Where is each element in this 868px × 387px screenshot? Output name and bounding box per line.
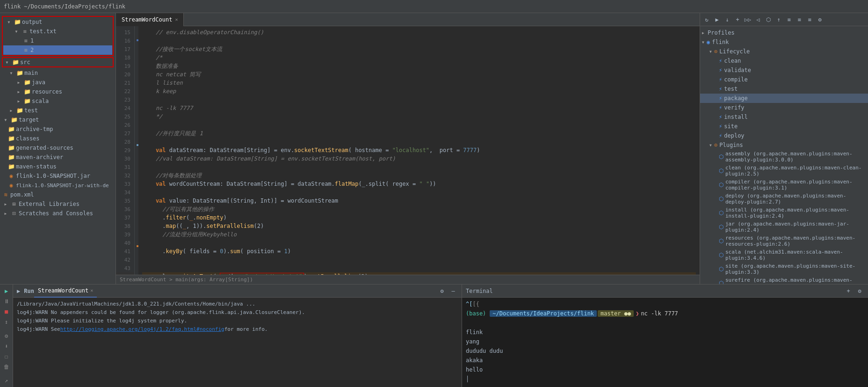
maven-run-btn[interactable]: ▶	[712, 15, 722, 24]
filter-btn-2[interactable]: ☐	[2, 352, 11, 361]
tree-item-test[interactable]: ▶ 📁 test	[0, 106, 116, 115]
jar-file-icon: ◉	[7, 172, 15, 180]
maven-expand-btn[interactable]: ≡	[795, 15, 804, 24]
maven-item-compile[interactable]: ⚡ compile	[700, 75, 868, 84]
maven-add-btn[interactable]: +	[733, 15, 742, 24]
tree-item-2[interactable]: ≡ 2	[3, 45, 112, 55]
tree-item-archive-tmp[interactable]: 📁 archive-tmp	[0, 124, 116, 134]
tree-item-main[interactable]: ▼ 📁 main	[0, 68, 116, 78]
code-line-32: //对每条数据处理	[142, 171, 696, 180]
maven-item-package[interactable]: ⚡ package	[700, 94, 868, 103]
tree-item-resources[interactable]: ▶ 📁 resources	[0, 87, 116, 96]
tree-item-ext-libs[interactable]: ▶ ⊞ External Libraries	[0, 199, 116, 209]
ln-18: 18	[116, 53, 134, 62]
run-panel-gear[interactable]: ⚙	[437, 286, 447, 296]
code-line-41: .keyBy( fields = 0).sum( position = 1)	[142, 247, 696, 256]
rerun-btn[interactable]: ↕	[2, 317, 11, 327]
maven-item-compiler[interactable]: ⬡ compiler (org.apache.maven.plugins:mav…	[700, 178, 868, 192]
tree-item-maven-status[interactable]: 📁 maven-status	[0, 162, 116, 171]
maven-run-all-btn[interactable]: ▷▷	[743, 15, 752, 24]
run-line-3: log4j:WARN Please initialize the log4j s…	[17, 316, 458, 325]
maven-item-install-plugin[interactable]: ⬡ install (org.apache.maven.plugins:mave…	[700, 206, 868, 220]
tree-item-target[interactable]: ▼ 📁 target	[0, 115, 116, 124]
txt-file-icon: ≡	[21, 28, 29, 35]
maven-toggle-btn[interactable]: ◁	[753, 15, 763, 24]
maven-item-surefire[interactable]: ⬡ surefire (org.apache.maven.plugins:mav…	[700, 276, 868, 284]
tree-item-testtxt[interactable]: ▼ ≡ test.txt	[3, 27, 112, 36]
terminal-add-btn[interactable]: +	[844, 286, 853, 296]
plugin-icon: ⬡	[719, 224, 723, 230]
code-line-39: //流处理分组用Keybyhello	[142, 230, 696, 239]
app-title: flink ~/Documents/IdeaProjects/flink	[4, 3, 125, 10]
stop-btn[interactable]: ■	[2, 307, 11, 316]
tree-item-maven-archiver[interactable]: 📁 maven-archiver	[0, 153, 116, 162]
settings-btn-2[interactable]: ⚙	[2, 331, 11, 341]
tree-item-flink-jar-with[interactable]: ◉ flink-1.0-SNAPSHOT-jar-with-de	[0, 181, 116, 190]
folder-icon: 📁	[23, 88, 31, 95]
tree-item-scratches[interactable]: ▶ ⊡ Scratches and Consoles	[0, 209, 116, 218]
maven-item-lifecycle[interactable]: ▼ ⊙ Lifecycle	[700, 47, 868, 56]
maven-refresh-btn[interactable]: ↻	[702, 15, 711, 24]
terminal-output-area[interactable]: ^[[{ (base) ~/Documents/IdeaProjects/fli…	[462, 298, 868, 387]
ln-17: 17	[116, 45, 134, 53]
maven-item-install[interactable]: ⚡ install	[700, 112, 868, 122]
maven-item-profiles[interactable]: ▶ Profiles	[700, 28, 868, 37]
maven-item-deploy[interactable]: ⚡ deploy	[700, 131, 868, 140]
tree-item-pom[interactable]: ≋ pom.xml	[0, 190, 116, 199]
maven-settings-btn[interactable]: ⚙	[815, 15, 825, 24]
tree-item-output[interactable]: ▼ 📁 output	[3, 17, 112, 27]
maven-item-deploy-plugin[interactable]: ⬡ deploy (org.apache.maven.plugins:maven…	[700, 192, 868, 206]
scroll-down-btn[interactable]: ⬇	[2, 342, 11, 351]
tree-item-1[interactable]: ≡ 1	[3, 36, 112, 45]
code-line-34	[142, 188, 696, 197]
maven-item-site[interactable]: ⚡ site	[700, 122, 868, 131]
maven-item-jar[interactable]: ⬡ jar (org.apache.maven.plugins:maven-ja…	[700, 220, 868, 234]
terminal-gear-btn[interactable]: ⚙	[855, 286, 864, 296]
tree-label-resources: resources	[32, 88, 62, 95]
maven-item-flink[interactable]: ▼ ◉ flink	[700, 37, 868, 47]
editor-tabs: StreamWordCount ✕	[116, 13, 700, 26]
maven-item-validate[interactable]: ⚡ validate	[700, 66, 868, 75]
tree-item-java[interactable]: ▶ 📁 java	[0, 78, 116, 87]
tree-item-src[interactable]: ▼ 📁 src	[2, 57, 114, 67]
external-btn[interactable]: ↗	[2, 376, 11, 385]
run-tab-streamwordcount[interactable]: StreamWordCount ✕	[34, 285, 97, 298]
terminal-cursor: │	[466, 374, 864, 384]
run-panel-minimize[interactable]: —	[448, 286, 458, 296]
maven-up-btn[interactable]: ↑	[774, 15, 783, 24]
maven-item-assembly[interactable]: ⬡ assembly (org.apache.maven.plugins:mav…	[700, 150, 868, 164]
terminal-title: Terminal	[466, 288, 493, 294]
clear-btn[interactable]: 🗑	[2, 362, 11, 372]
tree-item-scala[interactable]: ▶ 📁 scala	[0, 96, 116, 106]
maven-item-resources[interactable]: ⬡ resources (org.apache.maven.plugins:ma…	[700, 234, 868, 248]
maven-item-plugins[interactable]: ▼ ⊙ Plugins	[700, 140, 868, 150]
tree-item-generated-sources[interactable]: 📁 generated-sources	[0, 143, 116, 153]
tree-item-flink-jar[interactable]: ◉ flink-1.0-SNAPSHOT.jar	[0, 171, 116, 181]
maven-item-scala-plugin[interactable]: ⬡ scala (net.alchim31.maven:scala-maven-…	[700, 248, 868, 262]
maven-item-clean[interactable]: ⚡ clean	[700, 56, 868, 66]
maven-item-clean-plugin[interactable]: ⬡ clean (org.apache.maven.plugins:maven-…	[700, 164, 868, 178]
maven-item-verify[interactable]: ⚡ verify	[700, 103, 868, 112]
log4j-link[interactable]: http://logging.apache.org/log4j/1.2/faq.…	[60, 325, 224, 333]
editor-tab-streamwordcount[interactable]: StreamWordCount ✕	[116, 13, 184, 26]
maven-lifecycle-btn[interactable]: ⬡	[764, 15, 773, 24]
pause-btn[interactable]: ⏸	[2, 297, 11, 306]
terminal-path: ~/Documents/IdeaProjects/flink	[490, 310, 597, 317]
run-btn[interactable]: ▶	[2, 286, 11, 296]
code-line-35: val value: DataStream[(String, Int)] = w…	[142, 197, 696, 205]
run-tab-close-icon[interactable]: ✕	[90, 288, 93, 293]
tree-item-classes[interactable]: 📁 classes	[0, 134, 116, 143]
xml-file-icon: ≋	[2, 191, 9, 198]
maven-collapse-btn[interactable]: ≡	[784, 15, 794, 24]
lifecycle-item-icon: ⚡	[719, 58, 722, 64]
code-editor[interactable]: // env.disableOperatorChaining() //接收一个s…	[138, 26, 700, 275]
maven-download-btn[interactable]: ↓	[723, 15, 732, 24]
code-line-17: //接收一个socket文本流	[142, 45, 696, 53]
maven-filter-btn[interactable]: ≡	[805, 15, 814, 24]
tab-close-icon[interactable]: ✕	[175, 17, 178, 22]
code-line-42	[142, 256, 696, 264]
ln-27: 27	[116, 129, 134, 138]
maven-item-site-plugin[interactable]: ⬡ site (org.apache.maven.plugins:maven-s…	[700, 262, 868, 276]
terminal-cmd: nc -lk 7777	[641, 310, 678, 317]
maven-item-test[interactable]: ⚡ test	[700, 84, 868, 94]
